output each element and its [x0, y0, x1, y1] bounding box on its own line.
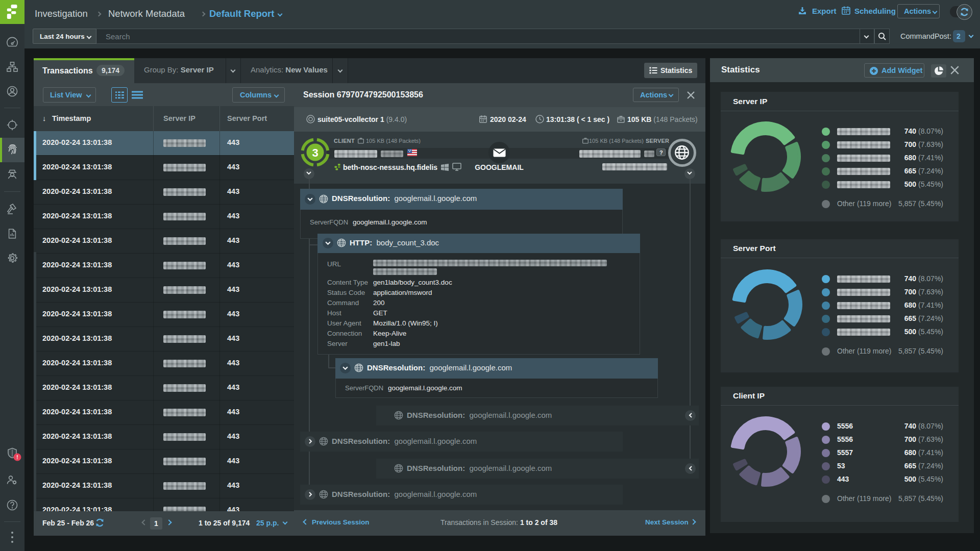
svg-text:!: !	[16, 455, 18, 460]
svg-text:3: 3	[312, 146, 318, 159]
